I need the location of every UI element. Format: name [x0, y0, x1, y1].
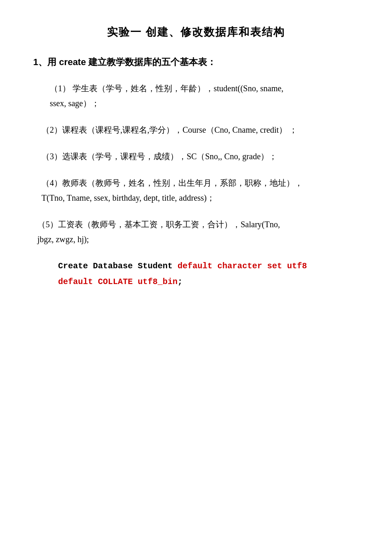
item-4-block: （4）教师表（教师号，姓名，性别，出生年月，系部，职称，地址）， T(Tno, …	[33, 175, 359, 205]
item-4-line1: （4）教师表（教师号，姓名，性别，出生年月，系部，职称，地址），	[41, 178, 303, 187]
item-5-block: （5）工资表（教师号，基本工资，职务工资，合计），Salary(Tno, jbg…	[33, 217, 359, 247]
code-line2-red: default COLLATE utf8_bin	[58, 277, 178, 287]
section-header: 1、用 create 建立教学数据库的五个基本表：	[33, 56, 359, 68]
item-2-block: （2）课程表（课程号,课程名,学分），Course（Cno, Cname, cr…	[33, 122, 359, 137]
item-1-line1: （1） 学生表（学号，姓名，性别，年龄），student((Sno, sname…	[50, 84, 283, 93]
sql-code-block: Create Database Student default characte…	[33, 258, 359, 290]
page-title: 实验一 创建、修改数据库和表结构	[33, 25, 359, 39]
item-5-line1: （5）工资表（教师号，基本工资，职务工资，合计），Salary(Tno,	[37, 220, 280, 229]
item-4-line2: T(Tno, Tname, ssex, birthday, dept, titl…	[41, 193, 215, 202]
item-1-line2: ssex, sage）；	[50, 99, 100, 108]
code-line2-black: ;	[178, 277, 183, 287]
code-line1-red: default character set utf8	[178, 261, 307, 271]
item-5-line2: jbgz, zwgz, hj);	[37, 235, 89, 244]
item-3-text: （3）选课表（学号，课程号，成绩），SC（Sno,, Cno, grade）；	[41, 152, 277, 161]
item-1-block: （1） 学生表（学号，姓名，性别，年龄），student((Sno, sname…	[33, 81, 359, 111]
code-line1-black: Create Database Student	[58, 261, 178, 271]
item-2-text: （2）课程表（课程号,课程名,学分），Course（Cno, Cname, cr…	[41, 125, 297, 134]
item-3-block: （3）选课表（学号，课程号，成绩），SC（Sno,, Cno, grade）；	[33, 149, 359, 164]
